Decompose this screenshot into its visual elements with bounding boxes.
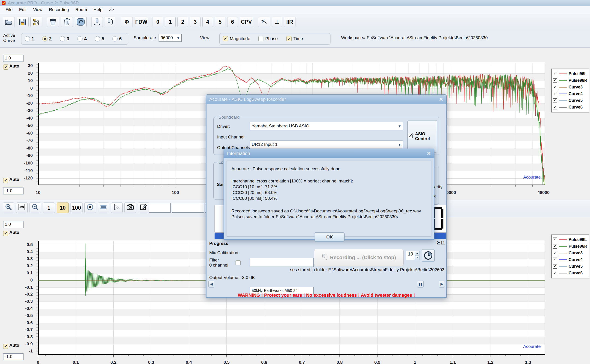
view-checkbox-time[interactable]: ✔Time: [287, 36, 303, 41]
ok-button[interactable]: OK: [315, 233, 345, 242]
scale-button-100[interactable]: 100: [71, 202, 83, 213]
bottom-auto-max[interactable]: ✔ Auto: [3, 231, 19, 236]
filter-checkbox[interactable]: [236, 260, 241, 265]
repeat-count-stepper[interactable]: ▲ ▼: [415, 251, 420, 260]
open-file-button[interactable]: [3, 17, 15, 27]
zoom-in-button[interactable]: [3, 202, 14, 213]
scroll-right-icon[interactable]: ▶: [439, 281, 445, 287]
legend-entry-pulse96l[interactable]: ✔Pulse96L: [553, 236, 588, 243]
close-icon[interactable]: ✕: [439, 97, 443, 103]
curve-digit-button-5[interactable]: 5: [215, 17, 225, 27]
legend-checkbox[interactable]: ✔: [553, 258, 557, 262]
curve-digit-button-0[interactable]: 0: [153, 17, 163, 27]
top-ymax-input[interactable]: 1.0: [3, 55, 24, 62]
legend-entry-pulse96r[interactable]: ✔Pulse96R: [553, 243, 588, 250]
legend-entry-curve3[interactable]: ✔Curve3: [553, 250, 588, 256]
repeat-count-field[interactable]: 10: [406, 251, 415, 260]
samplerate-select[interactable]: 96000▼: [158, 34, 182, 42]
menu-item-file[interactable]: File: [2, 7, 16, 13]
close-icon[interactable]: ✕: [427, 151, 431, 157]
screenshot-button[interactable]: [125, 202, 136, 213]
move-to-trash-button[interactable]: [47, 17, 59, 27]
curve-digit-button-3[interactable]: 3: [190, 17, 201, 27]
auto-checkbox[interactable]: ✔: [3, 344, 8, 349]
radio-icon[interactable]: [25, 36, 30, 41]
radio-icon[interactable]: [112, 36, 118, 41]
legend-checkbox[interactable]: ✔: [553, 105, 557, 110]
zoom-fit-button[interactable]: [16, 202, 28, 213]
curve-manager-button[interactable]: [30, 17, 42, 27]
menu-item-[interactable]: >>: [106, 7, 117, 13]
legend-checkbox[interactable]: ✔: [553, 85, 557, 89]
checkbox-icon[interactable]: ✔: [287, 36, 292, 41]
legend-entry-curve4[interactable]: ✔Curve4: [553, 91, 588, 97]
stepper-down-icon[interactable]: ▼: [415, 255, 420, 260]
radio-icon[interactable]: [60, 36, 65, 41]
undo-button[interactable]: [75, 17, 87, 27]
active-curve-radio-1[interactable]: 1: [25, 36, 34, 41]
scale-button-10[interactable]: 10: [57, 202, 69, 213]
radio-icon[interactable]: [42, 36, 47, 41]
legend-entry-pulse96l[interactable]: ✔Pulse96L: [553, 71, 588, 77]
edit-curve-button[interactable]: [138, 202, 149, 213]
scroll-left-icon[interactable]: ◀: [208, 281, 214, 287]
legend-checkbox[interactable]: ✔: [553, 238, 557, 242]
fdw-button[interactable]: FDW: [135, 17, 148, 27]
info-dialog-titlebar[interactable]: Information ✕: [223, 149, 434, 158]
split-view-button[interactable]: [98, 202, 109, 213]
input-channel-select[interactable]: UR12 Input 1▼: [249, 141, 403, 148]
iir-button[interactable]: IIR: [284, 17, 295, 27]
legend-entry-pulse96r[interactable]: ✔Pulse96R: [553, 77, 588, 84]
radio-icon[interactable]: [95, 36, 100, 41]
active-curve-radio-3[interactable]: 3: [60, 36, 69, 41]
view-checkbox-magnitude[interactable]: ✔Magnitude: [223, 36, 250, 41]
step-response-button[interactable]: ⊥: [272, 17, 282, 27]
auto-checkbox[interactable]: ✔: [3, 178, 8, 183]
top-ymin-input[interactable]: -1.0: [3, 188, 24, 195]
timer-button[interactable]: [422, 249, 435, 262]
cpv-button[interactable]: CPV: [240, 17, 253, 27]
menu-item-recording[interactable]: Recording: [46, 7, 72, 13]
legend-entry-curve6[interactable]: ✔Curve6: [553, 104, 588, 110]
legend-entry-curve4[interactable]: ✔Curve4: [553, 256, 588, 263]
phase-button[interactable]: Φ: [121, 17, 133, 27]
legend-checkbox[interactable]: ✔: [553, 251, 557, 255]
legend-entry-curve6[interactable]: ✔Curve6: [553, 270, 588, 276]
legend-checkbox[interactable]: ✔: [553, 264, 557, 269]
legend-entry-curve3[interactable]: ✔Curve3: [553, 84, 588, 91]
zoom-out-button[interactable]: [29, 202, 41, 213]
curve-digit-button-1[interactable]: 1: [165, 17, 176, 27]
curve-digit-button-2[interactable]: 2: [177, 17, 188, 27]
cursor-target-button[interactable]: [84, 202, 96, 213]
legend-checkbox[interactable]: ✔: [553, 92, 557, 96]
crossover-button[interactable]: [258, 17, 270, 27]
bottom-ymax-input[interactable]: 1.0: [3, 221, 24, 228]
checkbox-icon[interactable]: [258, 36, 263, 41]
active-curve-radio-2[interactable]: 2: [42, 36, 52, 41]
filter-field[interactable]: [249, 258, 314, 267]
legend-checkbox[interactable]: ✔: [553, 271, 557, 275]
scale-button-1[interactable]: 1: [43, 202, 55, 213]
legend-entry-curve5[interactable]: ✔Curve5: [553, 263, 588, 270]
trash-button[interactable]: [61, 17, 73, 27]
curve-digit-button-6[interactable]: 6: [227, 17, 238, 27]
menu-item-room[interactable]: Room: [72, 7, 90, 13]
record-button[interactable]: [105, 17, 115, 27]
active-curve-radio-4[interactable]: 4: [77, 36, 87, 41]
marker-field-2[interactable]: [172, 203, 204, 213]
recorder-dialog-titlebar[interactable]: Acourate - ASIO LogSweep Recorder ✕: [206, 94, 447, 104]
active-curve-radio-6[interactable]: 6: [112, 36, 122, 41]
bottom-ymin-input[interactable]: -1.0: [3, 353, 24, 360]
asio-control-button[interactable]: ASIO Control: [407, 120, 437, 153]
radio-icon[interactable]: [77, 36, 83, 41]
legend-checkbox[interactable]: ✔: [553, 78, 557, 83]
recording-button[interactable]: Recording ... (Click to stop): [314, 249, 404, 266]
menu-item-view[interactable]: View: [30, 7, 46, 13]
auto-checkbox[interactable]: ✔: [3, 231, 8, 236]
scrollbar-thumb[interactable]: ▮▮: [417, 281, 424, 287]
curve-digit-button-4[interactable]: 4: [202, 17, 213, 27]
checkbox-icon[interactable]: ✔: [223, 36, 228, 41]
legend-entry-curve5[interactable]: ✔Curve5: [553, 97, 588, 104]
active-curve-radio-5[interactable]: 5: [95, 36, 104, 41]
view-checkbox-phase[interactable]: Phase: [258, 36, 278, 41]
